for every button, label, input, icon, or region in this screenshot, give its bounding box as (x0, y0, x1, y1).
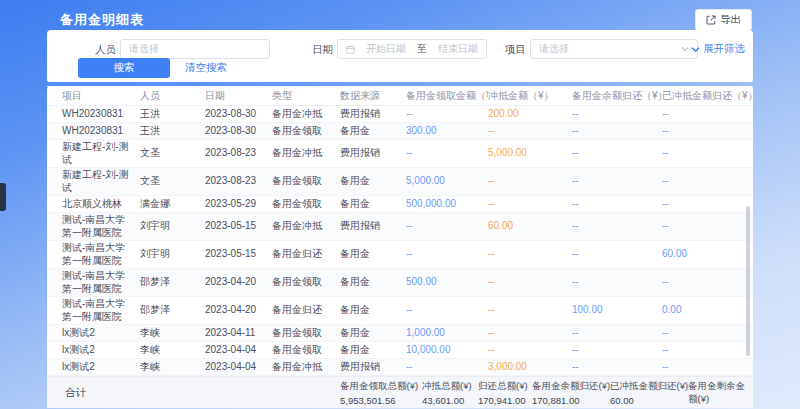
table-cell: 5,000.00 (406, 175, 488, 188)
total-item: 备用金余额归还(¥)170,881.00 (532, 380, 610, 406)
table-cell: 备用金 (340, 125, 406, 138)
table-cell: 备用金领取 (272, 327, 340, 340)
table-cell: 2023-08-23 (205, 147, 272, 160)
total-item: 备用金领取总额(¥)5,953,501.56 (340, 380, 418, 406)
table-cell: 备用金 (340, 175, 406, 188)
table-cell: -- (662, 276, 753, 289)
table-row[interactable]: WH20230831王洪2023-08-30备用金领取备用金300.00----… (47, 123, 753, 140)
table-cell: -- (572, 198, 662, 211)
search-button[interactable]: 搜索 (78, 58, 170, 78)
table-cell: 备用金 (340, 304, 406, 317)
table-row[interactable]: lx测试2李峡2023-04-04备用金领取备用金10,000.00------ (47, 342, 753, 359)
table-cell: -- (488, 276, 572, 289)
table-row[interactable]: 测试-南昌大学第一附属医院邵梦泽2023-04-20备用金领取备用金500.00… (47, 269, 753, 297)
table-cell: -- (406, 108, 488, 121)
table-cell: 文圣 (140, 175, 205, 188)
table-row[interactable]: 测试-南昌大学第一附属医院邵梦泽2023-04-20备用金归还备用金----10… (47, 297, 753, 325)
table-cell: -- (488, 327, 572, 340)
table-cell: 备用金 (340, 248, 406, 261)
chevron-down-icon (691, 45, 700, 54)
column-header: 人员 (140, 89, 205, 103)
table-cell: 备用金冲抵 (272, 147, 340, 160)
table-cell: -- (572, 344, 662, 357)
table-cell: -- (662, 108, 753, 121)
total-item-label: 冲抵总额(¥) (422, 380, 472, 393)
table-cell: 备用金归还 (272, 248, 340, 261)
expand-filters-label: 展开筛选 (703, 42, 745, 56)
table-cell: -- (406, 304, 488, 317)
total-item-value: 170,881.00 (532, 395, 610, 406)
table-cell: 李峡 (140, 361, 205, 374)
table-cell: -- (572, 361, 662, 374)
table-cell: lx测试2 (62, 327, 140, 340)
table-cell: 备用金 (340, 327, 406, 340)
table-cell: 邵梦泽 (140, 304, 205, 317)
clear-search-button[interactable]: 清空搜索 (185, 61, 227, 75)
table-cell: -- (572, 248, 662, 261)
table-cell: 2023-04-20 (205, 304, 272, 317)
table-row[interactable]: 测试-南昌大学第一附属医院刘宇明2023-05-15备用金冲抵费用报销--60.… (47, 213, 753, 241)
date-range-picker[interactable]: 开始日期 至 结束日期 (337, 39, 487, 59)
total-item-label: 已冲抵金额归还(¥) (610, 380, 688, 393)
project-filter-label: 项目 (505, 43, 526, 57)
total-item-value: 170,941.00 (478, 395, 528, 406)
table-cell: -- (572, 220, 662, 233)
table-cell: 备用金领取 (272, 125, 340, 138)
table-cell: WH20230831 (62, 125, 140, 138)
table-cell: -- (406, 361, 488, 374)
total-item-value: 43,601.00 (422, 395, 472, 406)
person-filter-label: 人员 (95, 43, 116, 57)
table-row[interactable]: lx测试2李峡2023-04-04备用金冲抵费用报销--3,000.00---- (47, 359, 753, 376)
project-select[interactable]: 请选择 (530, 39, 698, 59)
total-item-label: 备用金剩余金额(¥) (688, 380, 753, 406)
table-row[interactable]: 新建工程-刘-测试文圣2023-08-23备用金领取备用金5,000.00---… (47, 168, 753, 196)
export-button[interactable]: 导出 (695, 9, 752, 31)
table-cell: 王洪 (140, 108, 205, 121)
table-cell: -- (488, 304, 572, 317)
column-header: 数据来源 (340, 89, 406, 103)
table-cell: lx测试2 (62, 344, 140, 357)
table-cell: -- (488, 175, 572, 188)
table-cell: 2023-08-23 (205, 175, 272, 188)
table-cell: lx测试2 (62, 361, 140, 374)
table-cell: 60.00 (662, 248, 753, 261)
table-cell: 费用报销 (340, 220, 406, 233)
table-row[interactable]: 测试-南昌大学第一附属医院刘宇明2023-05-15备用金归还备用金------… (47, 241, 753, 269)
calendar-icon (346, 45, 355, 54)
totals-row: 合计 备用金领取总额(¥)5,953,501.56冲抵总额(¥)43,601.0… (47, 376, 753, 408)
table-cell: 备用金领取 (272, 175, 340, 188)
table-row[interactable]: lx测试2李峡2023-04-11备用金领取备用金1,000.00------ (47, 325, 753, 342)
expand-filters-button[interactable]: 展开筛选 (691, 42, 745, 56)
table-cell: 备用金冲抵 (272, 361, 340, 374)
table-cell: -- (488, 248, 572, 261)
table-cell: -- (406, 248, 488, 261)
table-cell: -- (406, 220, 488, 233)
table-cell: 新建工程-刘-测试 (62, 169, 140, 194)
export-button-label: 导出 (720, 13, 741, 27)
table-cell: 邵梦泽 (140, 276, 205, 289)
column-header: 日期 (205, 89, 272, 103)
table-cell: -- (572, 175, 662, 188)
table-cell: -- (662, 361, 753, 374)
total-item: 冲抵总额(¥)43,601.00 (422, 380, 472, 406)
table-row[interactable]: WH20230831王洪2023-08-30备用金冲抵费用报销--200.00-… (47, 106, 753, 123)
table-cell: 100.00 (572, 304, 662, 317)
table-cell: 备用金领取 (272, 198, 340, 211)
table-row[interactable]: 北京顺义桃林满金娜2023-05-29备用金领取备用金500,000.00---… (47, 196, 753, 213)
table-row[interactable]: 新建工程-刘-测试文圣2023-08-23备用金冲抵费用报销--5,000.00… (47, 140, 753, 168)
person-select-placeholder: 请选择 (129, 42, 159, 56)
table-cell: 测试-南昌大学第一附属医院 (62, 214, 140, 239)
table-cell: -- (572, 276, 662, 289)
total-item-value: 60.00 (610, 395, 688, 406)
filter-panel: 人员 请选择 日期 开始日期 至 结束日期 项目 请选择 (47, 30, 753, 82)
table-cell: 费用报销 (340, 108, 406, 121)
total-item: 已冲抵金额归还(¥)60.00 (610, 380, 688, 406)
table-cell: 备用金 (340, 198, 406, 211)
table-cell: 王洪 (140, 125, 205, 138)
person-select[interactable]: 请选择 (120, 39, 270, 59)
collapsed-sidebar-handle[interactable] (0, 183, 6, 211)
vertical-scrollbar[interactable] (746, 206, 750, 356)
table-cell: 备用金 (340, 344, 406, 357)
table-cell: -- (572, 147, 662, 160)
table-cell: 2023-04-04 (205, 361, 272, 374)
